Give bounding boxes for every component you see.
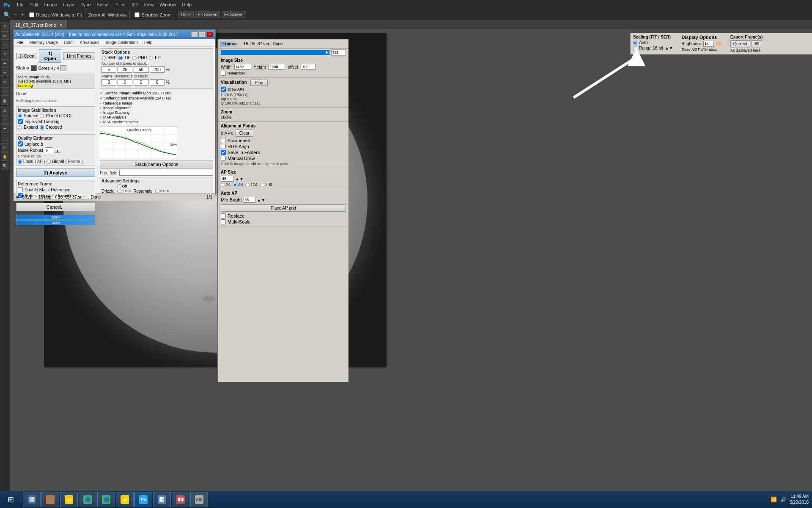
global-radio[interactable] xyxy=(47,160,51,164)
fit-screen2-btn[interactable]: Fit Screen xyxy=(222,11,246,18)
taskbar-app-2[interactable]: 🌐 xyxy=(41,492,59,507)
free-field-input[interactable] xyxy=(119,170,213,176)
menu-file[interactable]: File xyxy=(14,1,27,8)
hand-tool[interactable]: ✋ xyxy=(1,152,9,161)
all-btn[interactable]: All xyxy=(752,40,762,47)
menu-filter[interactable]: Filter xyxy=(113,1,128,8)
ap-24-radio[interactable] xyxy=(221,183,225,187)
taskbar-app-as[interactable]: AS! xyxy=(190,492,208,507)
taskbar-app-4[interactable]: 🔵 xyxy=(79,492,96,507)
fit-radio[interactable] xyxy=(149,56,153,60)
clear-btn[interactable]: Clear xyxy=(236,130,253,137)
min-bright-input[interactable] xyxy=(244,197,255,203)
ps-tab-close[interactable]: × xyxy=(60,22,62,28)
as-minimize-btn[interactable]: _ xyxy=(191,31,198,37)
surface-radio[interactable] xyxy=(18,114,22,118)
brush-tool[interactable]: ✏ xyxy=(1,69,9,77)
taskbar-app-3[interactable]: 📁 xyxy=(60,492,78,507)
menu-type[interactable]: Type xyxy=(78,1,93,8)
planet-cog-radio[interactable] xyxy=(40,114,44,118)
pct-val-1[interactable] xyxy=(102,79,116,86)
open-btn[interactable]: 1) Open xyxy=(39,49,61,63)
as-menu-file[interactable]: File xyxy=(15,40,25,45)
noise-robust-spin[interactable]: ▲ xyxy=(55,148,60,153)
stack-name-btn[interactable]: Stack(name) Options xyxy=(100,160,213,168)
width-input[interactable] xyxy=(234,64,251,70)
move-tool[interactable]: ↖ xyxy=(1,22,9,30)
shape-tool[interactable]: ▢ xyxy=(1,143,9,152)
taskbar-app-6[interactable]: 📁 xyxy=(116,492,134,507)
resample-2-radio[interactable] xyxy=(155,189,159,193)
brightness-icon[interactable]: 🔆 xyxy=(716,41,722,47)
text-tool[interactable]: T xyxy=(1,134,9,142)
resize-windows-check[interactable] xyxy=(29,12,34,17)
cropped-radio[interactable] xyxy=(40,125,44,130)
menu-help[interactable]: Help xyxy=(179,1,194,8)
pct-val-4[interactable] xyxy=(150,79,165,86)
lasso-tool[interactable]: ⊙ xyxy=(1,41,9,49)
place-ap-grid-btn[interactable]: Place AP grid xyxy=(221,204,346,212)
png-radio[interactable] xyxy=(132,56,137,60)
expand-top-btn[interactable]: 1) Open xyxy=(16,53,37,59)
ap-size-input[interactable] xyxy=(221,176,233,182)
noise-robust-input[interactable] xyxy=(45,147,53,153)
draw-aps-check[interactable] xyxy=(221,87,226,92)
ap-48-radio[interactable] xyxy=(233,183,237,187)
local-radio[interactable] xyxy=(18,160,22,164)
as-maximize-btn[interactable]: □ xyxy=(199,31,206,37)
ap-200-radio[interactable] xyxy=(260,183,264,187)
height-input[interactable] xyxy=(268,64,285,70)
ap-104-radio[interactable] xyxy=(245,183,250,187)
menu-select[interactable]: Select xyxy=(94,1,112,8)
taskbar-app-ps[interactable]: Ps xyxy=(134,492,152,507)
menu-image[interactable]: Image xyxy=(42,1,60,8)
pct-val-2[interactable] xyxy=(118,79,132,86)
limit-frames-btn[interactable]: Limit Frames xyxy=(63,52,95,60)
replace-check[interactable] xyxy=(221,213,226,218)
fit-screen-btn[interactable]: Fit Screen xyxy=(195,11,220,18)
play-btn[interactable]: Play xyxy=(250,80,268,86)
as-menu-help[interactable]: Help xyxy=(143,40,154,45)
multi-scale-check[interactable] xyxy=(221,219,226,224)
gradient-tool[interactable]: ▦ xyxy=(1,97,9,105)
expand-icon[interactable] xyxy=(60,65,66,71)
select-tool[interactable]: ▭ xyxy=(1,31,9,40)
scrubby-zoom-check[interactable] xyxy=(134,12,140,17)
clone-tool[interactable]: ✂ xyxy=(1,78,9,86)
tif-radio[interactable] xyxy=(118,56,123,60)
taskbar-app-8[interactable]: 📧 xyxy=(172,492,189,507)
zoom-tool[interactable]: 🔍 xyxy=(1,162,9,170)
as-close-btn[interactable]: × xyxy=(206,31,213,37)
eraser-tool[interactable]: ◻ xyxy=(1,87,9,96)
range16-radio[interactable] xyxy=(633,46,637,50)
drizzle-off-radio[interactable] xyxy=(117,184,121,188)
sharpened-check[interactable] xyxy=(221,138,226,143)
as-menu-advanced[interactable]: Advanced xyxy=(79,40,100,45)
frame-val-4[interactable] xyxy=(150,66,165,73)
taskbar-app-1[interactable]: 🪟 xyxy=(23,492,41,507)
frame-val-2[interactable] xyxy=(118,66,132,73)
menu-edit[interactable]: Edit xyxy=(28,1,41,8)
blur-tool[interactable]: △ xyxy=(1,106,9,114)
taskbar-app-5[interactable]: 🔵 xyxy=(97,492,115,507)
taskbar-app-7[interactable]: 📝 xyxy=(153,492,171,507)
auto-radio[interactable] xyxy=(633,41,637,45)
ps-tab-main[interactable]: 16_05_37.ser Done × xyxy=(10,20,68,30)
analyse-btn[interactable]: 2) Analyse xyxy=(16,168,95,177)
zoom-out-icon[interactable]: － xyxy=(12,11,18,19)
bmp-radio[interactable] xyxy=(102,56,106,60)
menu-layer[interactable]: Layer xyxy=(60,1,77,8)
laplace-check[interactable] xyxy=(18,141,23,146)
zoom-in-icon[interactable]: ＋ xyxy=(20,11,26,19)
menu-window[interactable]: Window xyxy=(157,1,178,8)
dodge-tool[interactable]: ○ xyxy=(1,115,9,124)
pen-tool[interactable]: ✒ xyxy=(1,124,9,133)
frames-input[interactable] xyxy=(331,50,346,55)
crop-tool[interactable]: ⌗ xyxy=(1,50,9,58)
expand-radio[interactable] xyxy=(18,125,22,130)
eyedropper-tool[interactable]: ✒ xyxy=(1,59,9,68)
frame-val-1[interactable] xyxy=(102,66,116,73)
drizzle-1_5-radio[interactable] xyxy=(117,189,121,193)
brightness-input[interactable] xyxy=(703,41,714,47)
save-folders-check[interactable] xyxy=(221,150,226,155)
